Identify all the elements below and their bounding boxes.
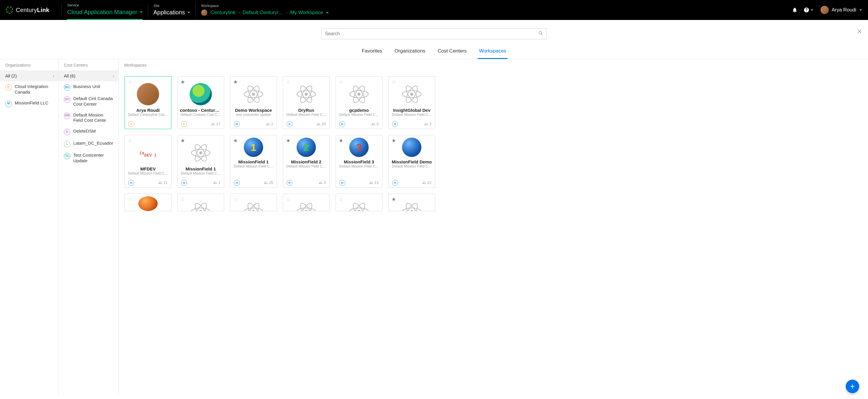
- workspace-card[interactable]: ★: [388, 194, 435, 211]
- breadcrumb-costcenter[interactable]: Default Centuryl…: [242, 10, 283, 16]
- star-icon[interactable]: ☆: [339, 196, 343, 202]
- star-icon[interactable]: ☆: [392, 79, 396, 85]
- tab-workspaces[interactable]: Workspaces: [478, 48, 507, 59]
- workspace-card[interactable]: ★ MissionField 1 Default Mission Field C…: [177, 135, 224, 188]
- breadcrumb-org[interactable]: Centurylink: [210, 10, 235, 16]
- star-icon[interactable]: ☆: [286, 196, 290, 202]
- separator: [148, 3, 148, 17]
- search-box[interactable]: [321, 28, 547, 39]
- star-icon[interactable]: ☆: [181, 196, 185, 202]
- add-button[interactable]: +: [846, 380, 859, 393]
- tab-cost-centers[interactable]: Cost Centers: [436, 48, 468, 59]
- card-footer: M 1: [180, 177, 221, 188]
- user-name: Arya Roudi: [832, 7, 856, 13]
- workspace-card[interactable]: ☆ DryRun Default Mission Field C… M 23: [283, 76, 330, 129]
- cc-item-label: Test Costcenter Update: [73, 152, 114, 164]
- star-icon[interactable]: ★: [181, 138, 185, 144]
- workspace-card[interactable]: ☆: [177, 194, 224, 211]
- workspace-card[interactable]: ★ Demo Workspace test costcenter update …: [230, 76, 277, 129]
- help-button[interactable]: [804, 7, 813, 13]
- help-icon: [804, 7, 809, 13]
- workspace-card[interactable]: ☆: [283, 194, 330, 211]
- card-title: MFDEV: [141, 166, 156, 171]
- close-button[interactable]: [857, 28, 862, 36]
- card-members: 12: [422, 180, 431, 185]
- cc-item-label: Default Cint Canada Cost Center: [73, 96, 114, 107]
- cc-item-label: DeleteDSM: [73, 129, 96, 134]
- card-subtitle: Default Mission Field C…: [392, 164, 431, 168]
- members-icon: [424, 122, 428, 126]
- star-icon[interactable]: ★: [181, 79, 185, 85]
- workspace-card[interactable]: ☆: [125, 194, 172, 211]
- star-icon[interactable]: ☆: [286, 79, 290, 85]
- site-selector[interactable]: Site Applications: [154, 4, 190, 16]
- workspace-selector[interactable]: Workspace Centurylink › Default Centuryl…: [201, 4, 329, 16]
- notifications-button[interactable]: [792, 7, 798, 13]
- globe-1-icon: 1: [244, 138, 263, 157]
- star-icon[interactable]: ☆: [128, 196, 132, 202]
- cc-item[interactable]: BU Business Unit: [59, 81, 118, 93]
- workspace-card[interactable]: ☆: [230, 194, 277, 211]
- svg-point-0: [539, 31, 541, 34]
- tab-organizations[interactable]: Organizations: [393, 48, 426, 59]
- members-icon: [369, 181, 373, 185]
- breadcrumb-workspace[interactable]: My Workspace: [290, 10, 323, 16]
- user-menu[interactable]: Arya Roudi: [820, 6, 862, 14]
- service-selector[interactable]: Service Cloud Application Manager: [67, 0, 143, 20]
- workspace-grid: ☆ Arya Roudi Default Centurylink Cos… C …: [119, 70, 868, 211]
- atom-icon: [242, 83, 265, 105]
- star-icon[interactable]: ★: [233, 79, 238, 85]
- card-title: contoso - CenturyL…: [180, 108, 221, 113]
- cc-item[interactable]: DM Default Mission Field Cost Cente: [59, 110, 118, 126]
- org-item[interactable]: M MissionField LLC: [0, 98, 58, 110]
- card-title: Arya Roudi: [136, 108, 160, 113]
- card-org-badge-icon: M: [234, 180, 240, 186]
- star-icon[interactable]: ★: [286, 138, 290, 144]
- workspace-card[interactable]: ★ MissionField Demo Default Mission Fiel…: [388, 135, 435, 188]
- cc-item[interactable]: D DeleteDSM: [59, 126, 118, 138]
- site-value: Applications: [154, 9, 185, 16]
- chevron-right-icon: ›: [113, 73, 114, 78]
- workspaces-column: Workspaces ☆ Arya Roudi Default Centuryl…: [119, 59, 868, 394]
- workspace-card[interactable]: ★ 2 MissionField 2 Default Mission Field…: [283, 135, 330, 188]
- card-title: MissionField 3: [344, 159, 374, 164]
- brand[interactable]: CenturyLink: [6, 6, 49, 13]
- workspace-card[interactable]: ★ 3 MissionField 3 Default Mission Field…: [336, 135, 382, 188]
- star-icon[interactable]: ☆: [128, 79, 132, 85]
- column-header-orgs: Organizations: [0, 59, 58, 70]
- workspace-thumb: [242, 83, 265, 105]
- cc-item[interactable]: DC Default Cint Canada Cost Center: [59, 93, 118, 110]
- search-input[interactable]: [325, 31, 538, 36]
- star-icon[interactable]: ★: [392, 196, 396, 202]
- topbar: CenturyLink Service Cloud Application Ma…: [0, 0, 868, 20]
- star-icon[interactable]: ☆: [128, 138, 132, 144]
- ccs-all-row[interactable]: All (6) ›: [59, 70, 118, 81]
- separator: [62, 3, 62, 17]
- svg-point-28: [252, 210, 255, 211]
- orgs-all-row[interactable]: All (2) ›: [0, 70, 58, 81]
- workspace-card[interactable]: ☆ { ▮DEV } MFDEV Default Mission Field C…: [125, 135, 172, 188]
- tab-favorites[interactable]: Favorites: [361, 48, 383, 59]
- organizations-column: Organizations All (2) › C Cloud Integrat…: [0, 59, 59, 394]
- star-icon[interactable]: ★: [233, 138, 238, 144]
- workspace-card[interactable]: ★ 1 MissionField 1 Default Mission Field…: [230, 135, 277, 188]
- members-icon: [213, 181, 217, 185]
- star-icon[interactable]: ☆: [339, 79, 343, 85]
- cc-item[interactable]: L Latam_DC_Ecuador: [59, 138, 118, 150]
- cc-item[interactable]: TC Test Costcenter Update: [59, 150, 118, 166]
- workspace-card[interactable]: ☆ gcpdemo Default Mission Field C… M 0: [336, 76, 382, 129]
- workspace-card[interactable]: ☆ Arya Roudi Default Centurylink Cos… C: [125, 76, 172, 129]
- workspace-card[interactable]: ★ contoso - CenturyL… Default Contoso Co…: [177, 76, 224, 129]
- caret-up-icon: [326, 12, 329, 13]
- workspace-card[interactable]: ☆: [336, 194, 382, 211]
- card-org-badge-icon: M: [339, 121, 345, 127]
- card-org-badge-icon: C: [181, 121, 187, 127]
- workspace-card[interactable]: ☆ InsightGlobal Dev Default Mission Fiel…: [388, 76, 435, 129]
- star-icon[interactable]: ★: [339, 138, 343, 144]
- card-footer: M 0: [338, 118, 380, 129]
- svg-point-4: [252, 93, 255, 96]
- star-icon[interactable]: ★: [392, 138, 396, 144]
- org-item[interactable]: C Cloud Integration Canada: [0, 81, 58, 98]
- star-icon[interactable]: ☆: [233, 196, 238, 202]
- card-org-badge-icon: M: [339, 180, 345, 186]
